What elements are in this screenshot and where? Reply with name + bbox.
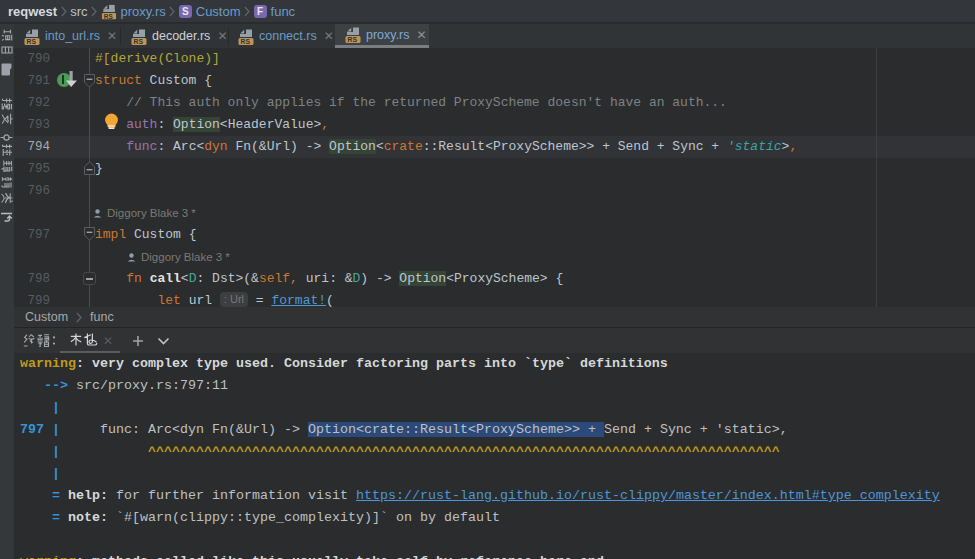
svg-text:RS: RS [348,36,358,43]
svg-text:RS: RS [27,38,37,45]
svg-text:RS: RS [104,12,114,19]
svg-text:RS: RS [134,38,144,45]
svg-text:RS: RS [241,38,251,45]
